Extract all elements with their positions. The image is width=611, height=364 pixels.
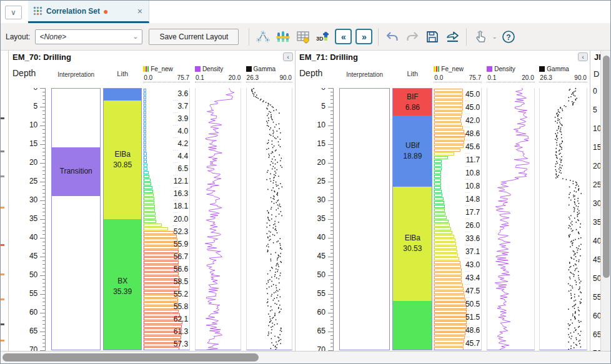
fe-bar	[144, 130, 146, 133]
touch-mode-button[interactable]	[470, 27, 490, 46]
fe-bar	[144, 190, 153, 193]
depth-tick	[330, 122, 333, 122]
lith-track-block[interactable]	[393, 301, 432, 350]
tab-close-icon[interactable]: ×	[136, 6, 144, 16]
depth-label: 30	[301, 195, 325, 204]
panel-em71: EM_71: Drilling‹DepthInterpretationLithF…	[295, 51, 590, 351]
depth-label: 50	[301, 270, 325, 279]
touch-mode-dropdown-icon[interactable]: ⌄	[492, 33, 497, 40]
column-header-lith: Lith	[103, 70, 142, 77]
depth-ruler-line	[45, 88, 46, 351]
curve-color-icon	[246, 66, 252, 72]
partial-panel-mark	[1, 175, 4, 177]
fe-bar	[144, 149, 146, 152]
fe-gap-dots: ...	[461, 294, 474, 298]
depth-tick	[42, 343, 45, 343]
fe-bar	[434, 227, 451, 230]
lith-track-block[interactable]: BX35.39	[104, 219, 141, 350]
fe-gap-dots: ...	[169, 335, 182, 339]
depth-tick	[42, 133, 45, 134]
curve-max: 90.0	[279, 74, 291, 81]
tab-correlation-set[interactable]: Correlation Set ● ×	[28, 1, 149, 23]
gamma-track[interactable]	[246, 88, 292, 350]
main-toolbar: Layout: <None> ⌄ Save Current Layout	[1, 23, 610, 51]
vertical-scrollbar-thumb[interactable]	[603, 56, 610, 278]
depth-label: 10	[12, 121, 37, 129]
export-button[interactable]	[442, 27, 462, 46]
depth-label: 10	[301, 121, 325, 129]
interpretation-track[interactable]: Transition	[51, 88, 100, 350]
depth-tick	[328, 257, 333, 257]
help-button[interactable]: ?	[499, 27, 519, 46]
fe-bar	[144, 134, 146, 137]
fe-gap-dots: ...	[169, 172, 182, 176]
scroll-left-button[interactable]: «	[335, 29, 352, 44]
depth-tick	[330, 148, 333, 149]
lith-track-block[interactable]: BIF6.86	[393, 89, 432, 116]
depth-tick	[42, 253, 45, 253]
depth-label: 30	[12, 195, 37, 204]
layout-label: Layout:	[6, 32, 30, 41]
lith-track-block[interactable]: UBif18.89	[393, 116, 432, 187]
correlation-network-button[interactable]	[253, 27, 273, 46]
density-track[interactable]	[487, 88, 534, 350]
fe-gap-dots: ...	[461, 281, 474, 285]
table-lightbulb-button[interactable]	[293, 27, 313, 46]
curve-name: Fe_new	[151, 66, 173, 72]
horizontal-scrollbar[interactable]	[1, 351, 611, 363]
depth-label: 40	[12, 233, 37, 242]
depth-tick	[330, 268, 333, 268]
layout-select[interactable]: <None> ⌄	[35, 29, 142, 44]
3d-view-button[interactable]: 3D	[313, 27, 333, 46]
horizontal-scrollbar-thumb[interactable]	[2, 353, 259, 362]
fe-gap-dots: ...	[169, 297, 182, 302]
panel-collapse-button[interactable]: ‹	[578, 52, 588, 61]
fe-color-stripe	[438, 66, 439, 72]
curve-name: Gamma	[254, 66, 276, 72]
drillholes-button[interactable]	[273, 27, 293, 46]
lith-track-block[interactable]: ElBa30.85	[104, 101, 141, 219]
fe-gap-dots: ...	[461, 176, 474, 180]
undo-button[interactable]	[382, 27, 402, 46]
fe-bar	[144, 119, 146, 122]
scroll-right-button[interactable]: »	[355, 29, 372, 44]
fe-gap-dots: ...	[461, 268, 474, 272]
panel-collapse-button[interactable]: ‹	[283, 52, 293, 61]
lith-track[interactable]: BIF6.86UBif18.89ElBa30.53	[392, 88, 432, 350]
fe-bar	[434, 231, 452, 234]
depth-label: 5	[301, 102, 325, 111]
depth-tick	[40, 294, 45, 295]
gamma-scatter	[540, 88, 586, 350]
block-value: 35.39	[113, 287, 132, 297]
gamma-track[interactable]	[539, 88, 587, 350]
curve-header-name-row: Density	[487, 66, 515, 72]
depth-tick	[40, 332, 45, 332]
redo-button[interactable]	[402, 27, 422, 46]
fe-bar	[144, 100, 146, 103]
depth-tick	[328, 238, 333, 239]
curve-min: 26.3	[540, 74, 552, 81]
fe-gap-dots: ...	[461, 97, 474, 102]
lith-track-block[interactable]: ElBa30.53	[393, 187, 432, 300]
density-track[interactable]	[195, 88, 241, 350]
fe-color-stripe	[436, 66, 437, 72]
panel-title: EM_71: Drilling	[299, 52, 358, 62]
depth-tick	[330, 260, 333, 261]
depth-tick	[330, 324, 333, 325]
save-button[interactable]	[422, 27, 442, 46]
fe-gap-dots: ...	[461, 150, 474, 154]
tab-list-dropdown-button[interactable]: ∨	[5, 6, 22, 19]
partial-panel-mark	[1, 117, 4, 119]
fe-value-label: 45.7	[455, 339, 480, 348]
depth-tick	[42, 309, 45, 310]
depth-tick	[42, 185, 45, 186]
vertical-scrollbar[interactable]	[600, 51, 611, 351]
interpretation-track-block[interactable]: Transition	[52, 147, 99, 197]
fe-track[interactable]: 3.6...3.7...3.9...4.0...4.2...4.4...6.5.…	[143, 88, 190, 350]
fe-track[interactable]: 45.0...45.0...42.0...48.6...45.6...11.7.…	[434, 88, 482, 350]
save-current-layout-button[interactable]: Save Current Layout	[149, 29, 239, 45]
lith-track[interactable]: ElBa30.85BX35.39	[103, 88, 142, 350]
curve-header-fe_new: Fe_new0.075.7	[143, 66, 190, 82]
lith-track-block[interactable]	[104, 89, 141, 101]
interpretation-track[interactable]	[339, 88, 390, 350]
